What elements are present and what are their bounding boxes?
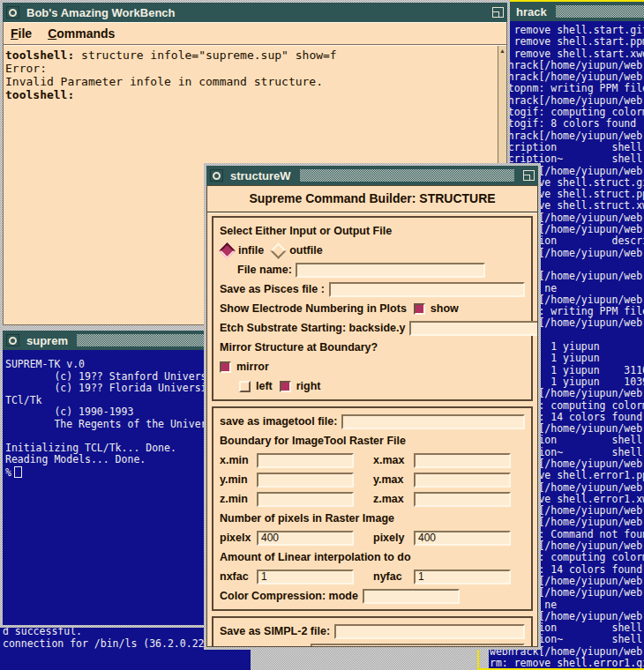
xmin-label: x.min [220,454,257,466]
window-menu-icon[interactable] [6,334,19,346]
simpl-header-input[interactable] [311,644,525,648]
structurew-titlebar-drag-area[interactable] [300,169,514,182]
section-raster: save as imagetool file: Boundary for Ima… [212,406,533,611]
window-menu-icon[interactable] [6,6,19,19]
hrack-title: hrack [516,5,547,19]
suprem-terminal-text: SUPREM-TK v.0 (c) 19?? Stanford Universi… [5,359,214,466]
hrack-titlebar-drag-area[interactable] [556,5,644,18]
section-simpl: Save as SIMPL-2 file: SIMPL-2 header: [212,616,533,647]
nxfac-input[interactable] [257,570,354,584]
nyfac-label: nyfac [373,570,414,583]
ymin-input[interactable] [257,473,354,488]
show-label[interactable]: show [431,302,459,315]
ymax-label: y.max [373,473,414,486]
file-name-input[interactable] [296,263,485,278]
terminal-cursor [14,466,22,478]
simpl-header-label: SIMPL-2 header: [220,644,306,647]
color-mode-input[interactable] [363,589,460,604]
pixels-heading: Number of pixels in Raster Image [220,512,394,525]
output-line: Invalid Parameter infole in command stru… [5,75,496,88]
pixelx-label: pixelx [220,532,257,544]
nxfac-label: nxfac [220,570,257,583]
electrode-label: Show Electrode Numbering in Plots [220,302,407,315]
workbench-title: Bob's Amazing WorkBench [26,6,176,19]
workbench-titlebar[interactable]: Bob's Amazing WorkBench [3,3,507,22]
ymin-label: y.min [220,473,257,486]
pixelx-input[interactable] [257,531,354,546]
suprem-terminal-output: SUPREM-TK v.0 (c) 19?? Stanford Universi… [3,350,214,625]
interp-heading: Amount of Linear interpolation to do [220,551,411,563]
xmax-input[interactable] [414,453,511,468]
radio-outfile[interactable] [270,242,286,258]
etch-label: Etch Substrate Starting: backside.y [220,322,405,334]
dialog-header: Supreme Command Builder: STRUCTURE [207,186,537,212]
right-label[interactable]: right [296,380,321,392]
pixely-input[interactable] [414,531,511,546]
pisces-file-input[interactable] [329,282,525,297]
suprem-titlebar[interactable]: suprem [3,331,214,350]
desktop: { "colors":{ "titlebar":"#2e5454", "wind… [0,0,644,670]
suprem-title: suprem [26,334,68,347]
zmin-input[interactable] [257,492,354,507]
left-label[interactable]: left [256,380,273,392]
etch-substrate-input[interactable] [409,321,538,336]
color-compression-label: Color Compression: mode [220,590,358,602]
ymax-input[interactable] [414,473,511,488]
restore-icon[interactable] [523,170,535,181]
simpl-file-input[interactable] [334,624,525,639]
right-checkbox[interactable] [280,381,291,392]
menu-file[interactable]: File [11,26,32,41]
restore-icon[interactable] [492,7,504,18]
section-io: Select Either Input or Output File infil… [212,216,533,401]
window-structurew: structureW Supreme Command Builder: STRU… [204,163,541,650]
nyfac-input[interactable] [414,570,511,584]
show-checkbox[interactable] [414,303,425,315]
zmax-label: z.max [373,493,414,505]
menu-commands[interactable]: Commands [48,26,115,41]
imagetool-file-input[interactable] [341,414,525,429]
suprem-prompt-line: % [5,466,214,480]
zmax-input[interactable] [414,492,511,507]
mirror-label[interactable]: mirror [236,361,269,373]
mirror-checkbox[interactable] [220,361,231,373]
radio-infile[interactable] [219,242,235,258]
pixely-label: pixely [373,532,414,544]
imagetool-label: save as imagetool file: [220,415,337,428]
boundary-heading: Boundary for ImageTool Raster File [220,435,406,447]
workbench-menubar: File Commands [4,22,506,45]
section-io-heading: Select Either Input or Output File [220,225,392,237]
xmax-label: x.max [373,454,414,466]
xmin-input[interactable] [257,453,354,468]
suprem-titlebar-drag-area[interactable] [77,334,209,346]
scroll-up-icon[interactable]: ▲ [499,46,505,56]
radio-outfile-label[interactable]: outfile [289,244,323,257]
mirror-heading: Mirror Structure at Boundary? [220,341,378,354]
window-suprem: suprem SUPREM-TK v.0 (c) 19?? Stanford U… [0,328,217,628]
structurew-titlebar[interactable]: structureW [206,166,538,185]
output-line: toolshell: [5,88,496,101]
output-line: Error: [5,62,496,75]
output-line: toolshell: structure infole="supreme.sup… [5,48,496,62]
zmin-label: z.min [220,493,257,505]
radio-infile-label[interactable]: infile [238,244,264,257]
simpl-file-label: Save as SIMPL-2 file: [220,625,330,637]
file-name-label: File name: [237,264,292,276]
window-menu-icon[interactable] [210,169,223,182]
left-checkbox[interactable] [239,381,251,392]
pisces-label: Save as Pisces file : [220,283,325,295]
structurew-title: structureW [230,169,291,182]
